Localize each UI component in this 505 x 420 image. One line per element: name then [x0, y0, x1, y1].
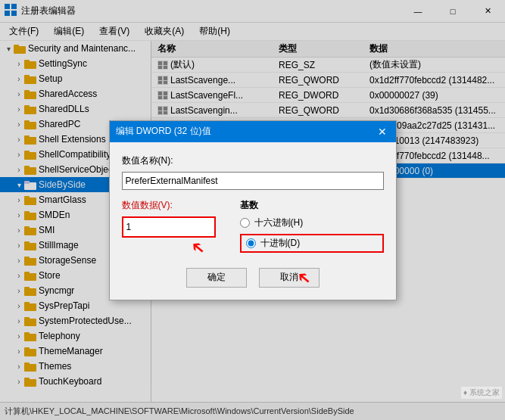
radio-decimal-input[interactable]: [246, 238, 256, 248]
value-section: 数值数据(V):: [122, 199, 228, 238]
radio-group: 十六进制(H) 十进制(D): [240, 216, 384, 253]
dialog-body: 数值名称(N): 数值数据(V): 基数 十六进制(H): [110, 142, 396, 300]
data-label: 数值数据(V):: [122, 199, 228, 212]
radio-hex[interactable]: 十六进制(H): [240, 216, 384, 229]
dialog-overlay: 编辑 DWORD (32 位)值 ✕ 数值名称(N): 数值数据(V): 基数: [0, 0, 505, 420]
radio-decimal[interactable]: 十进制(D): [240, 234, 384, 253]
dialog-title-bar: 编辑 DWORD (32 位)值 ✕: [110, 121, 396, 142]
base-label: 基数: [240, 199, 384, 212]
data-input[interactable]: [123, 218, 214, 236]
radio-decimal-label: 十进制(D): [260, 237, 301, 250]
base-section: 基数 十六进制(H) 十进制(D): [240, 199, 384, 253]
confirm-button[interactable]: 确定: [186, 268, 247, 288]
radio-hex-label: 十六进制(H): [254, 216, 304, 229]
name-label: 数值名称(N):: [122, 154, 384, 167]
name-input[interactable]: [122, 172, 384, 190]
edit-dword-dialog: 编辑 DWORD (32 位)值 ✕ 数值名称(N): 数值数据(V): 基数: [109, 120, 397, 300]
data-row: 数值数据(V): 基数 十六进制(H) 十进制(D): [122, 199, 384, 253]
radio-hex-input[interactable]: [240, 218, 250, 228]
dialog-buttons: 确定 取消: [122, 268, 384, 288]
dialog-title: 编辑 DWORD (32 位)值: [116, 125, 211, 138]
dialog-close-button[interactable]: ✕: [375, 124, 390, 139]
value-input-wrapper: [122, 216, 216, 238]
cancel-button[interactable]: 取消: [259, 268, 320, 288]
